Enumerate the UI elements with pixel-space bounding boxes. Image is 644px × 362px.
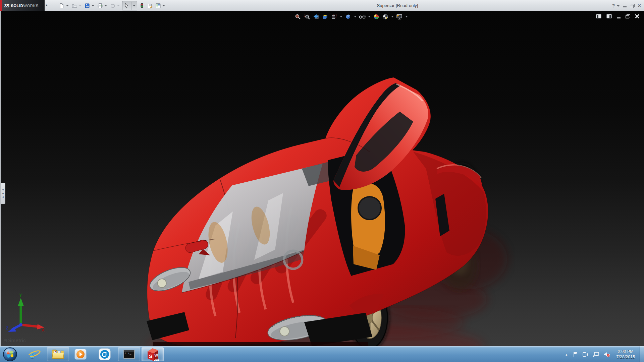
windows-start-icon: [3, 347, 17, 362]
show-desktop-button[interactable]: [640, 346, 644, 362]
collapse-arrow-icon: ◂: [2, 196, 3, 198]
undo-dropdown-icon[interactable]: [117, 5, 120, 6]
hide-show-dropdown-icon[interactable]: [368, 16, 370, 17]
section-view-button[interactable]: [321, 13, 329, 21]
document-close-button[interactable]: [635, 14, 639, 18]
edit-appearance-button[interactable]: [372, 13, 380, 21]
triad-x-label: X: [42, 327, 45, 333]
taskbar-item-command-prompt[interactable]: C:\_: [118, 347, 140, 361]
blue-path-app-icon: [99, 348, 111, 360]
3ds-mark: 3S: [4, 3, 9, 8]
document-window-controls: [596, 14, 639, 18]
taskbar-item-media-player[interactable]: [72, 348, 89, 361]
help-dropdown-icon[interactable]: [617, 5, 620, 7]
view-orientation-label: *Dimetric: [4, 338, 26, 343]
help-button[interactable]: ?: [612, 3, 615, 8]
view-settings-button[interactable]: [395, 13, 404, 21]
internet-explorer-icon: e: [28, 349, 41, 360]
undo-button[interactable]: [109, 1, 117, 10]
solidworks-logo: 3S SOLIDWORKS: [0, 0, 45, 11]
open-button[interactable]: [70, 1, 78, 10]
select-cursor-icon: [124, 3, 129, 8]
view-settings-dropdown-icon[interactable]: [406, 16, 408, 17]
volume-muted-icon[interactable]: [603, 351, 610, 357]
apply-scene-icon: [382, 13, 389, 20]
window-title: Supercar [Read-only]: [377, 3, 418, 8]
save-dropdown-icon[interactable]: [92, 5, 94, 6]
select-dropdown-icon[interactable]: [133, 5, 136, 6]
taskbar-item-windows-explorer[interactable]: [47, 347, 69, 361]
taskbar-item-solidworks-2015[interactable]: S W 2015: [142, 347, 164, 361]
brand-solid-text: SOLID: [11, 4, 23, 8]
display-style-dropdown-icon[interactable]: [354, 16, 356, 17]
open-dropdown-icon[interactable]: [79, 5, 82, 6]
divider: [131, 2, 131, 10]
previous-view-icon: [313, 13, 319, 20]
media-player-icon: [74, 349, 87, 360]
apply-scene-dropdown-icon[interactable]: [391, 16, 393, 17]
svg-text:2015: 2015: [154, 358, 159, 361]
heads-up-view-toolbar: [294, 13, 409, 21]
rebuild-button[interactable]: [138, 1, 146, 10]
brand-red-stripe: [0, 0, 2, 11]
reference-triad: Y X Z: [5, 292, 46, 334]
document-restore-button[interactable]: [626, 14, 630, 18]
view-orientation-button[interactable]: [330, 13, 338, 21]
appearance-ball-icon: [373, 13, 380, 20]
collapse-arrow-icon: ◂: [2, 192, 3, 195]
collapse-arrow-icon: ◂: [2, 188, 3, 191]
solidworks-2015-icon: S W 2015: [146, 347, 159, 361]
command-prompt-icon: C:\_: [123, 350, 135, 359]
open-folder-icon: [72, 3, 77, 8]
network-icon[interactable]: [593, 351, 599, 357]
quick-access-toolbar: [58, 0, 167, 11]
hide-show-items-button[interactable]: [358, 13, 366, 21]
collapse-left-pane-icon[interactable]: [596, 14, 601, 18]
options-button[interactable]: [154, 1, 162, 10]
select-button[interactable]: [122, 1, 130, 10]
save-button[interactable]: [83, 1, 91, 10]
glasses-icon: [359, 13, 366, 20]
close-button[interactable]: ✕: [637, 3, 641, 8]
windows-explorer-icon: [52, 350, 64, 359]
print-button[interactable]: [96, 1, 104, 10]
print-dropdown-icon[interactable]: [104, 5, 107, 6]
collapse-right-pane-icon[interactable]: [606, 14, 612, 18]
options-dropdown-icon[interactable]: [162, 5, 165, 6]
supercar-model[interactable]: [1, 11, 644, 346]
menu-expand-icon[interactable]: ▸: [46, 3, 48, 7]
svg-text:S: S: [149, 353, 152, 359]
triad-z-label: Z: [6, 326, 8, 330]
solidworks-window: 3S SOLIDWORKS ▸: [0, 0, 644, 362]
minimize-button[interactable]: [623, 6, 627, 7]
taskbar-item-internet-explorer[interactable]: e: [25, 348, 43, 361]
zoom-to-fit-button[interactable]: [294, 13, 302, 21]
view-orientation-icon: [331, 13, 337, 20]
section-view-icon: [322, 13, 328, 20]
select-tool-group: [122, 1, 137, 10]
start-button[interactable]: [3, 347, 17, 362]
zoom-to-area-icon: [304, 13, 310, 20]
display-style-icon: [345, 13, 352, 20]
document-minimize-button[interactable]: [617, 17, 621, 18]
apply-scene-button[interactable]: [381, 13, 389, 21]
clock[interactable]: 2:00 PM 7/28/2015: [616, 349, 635, 360]
file-properties-button[interactable]: [146, 1, 154, 10]
show-hidden-icons-button[interactable]: ▴: [566, 353, 567, 356]
zoom-to-area-button[interactable]: [303, 13, 311, 21]
action-center-flag-icon[interactable]: [573, 351, 579, 357]
power-battery-icon[interactable]: [582, 351, 589, 357]
restore-button[interactable]: [630, 4, 634, 7]
feature-manager-collapsed-tab[interactable]: ◂ ◂ ◂: [1, 183, 5, 204]
view-orientation-dropdown-icon[interactable]: [340, 16, 342, 17]
graphics-area[interactable]: ◂ ◂ ◂ Y X Z *Dimetric: [0, 11, 644, 346]
taskbar-item-blue-path-app[interactable]: [96, 348, 113, 361]
zoom-to-fit-icon: [294, 13, 301, 20]
new-dropdown-icon[interactable]: [66, 5, 69, 6]
new-file-icon: [59, 3, 64, 8]
previous-view-button[interactable]: [312, 13, 320, 21]
save-floppy-icon: [85, 3, 90, 8]
display-style-button[interactable]: [344, 13, 352, 21]
bumper-shadow: [153, 342, 368, 346]
new-button[interactable]: [58, 1, 66, 10]
